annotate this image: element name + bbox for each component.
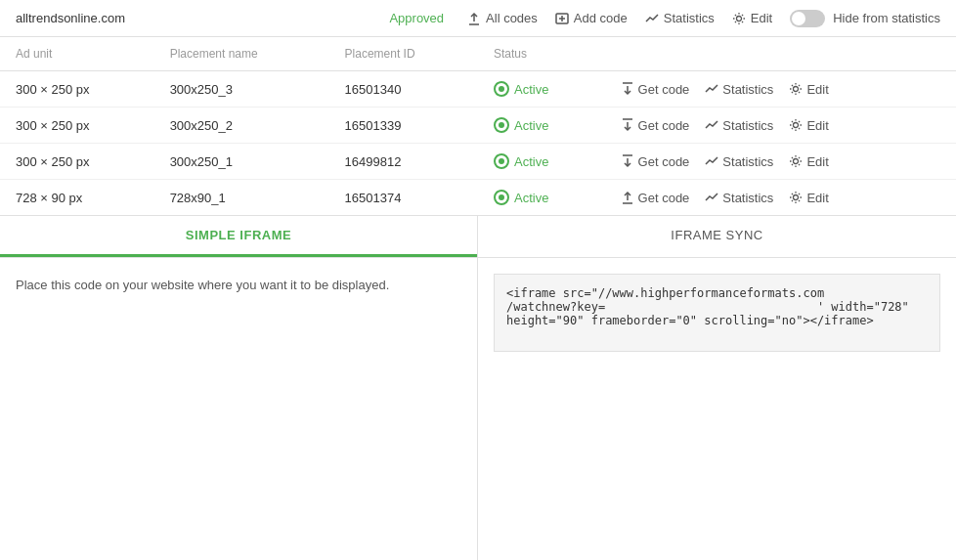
get-code-label: Get code — [638, 118, 690, 133]
statistics-button[interactable]: Statistics — [705, 118, 773, 133]
status-dot-icon — [494, 117, 509, 133]
cell-placement-id: 16501374 — [329, 180, 478, 216]
get-code-button[interactable]: Get code — [621, 118, 690, 133]
cell-placement-name: 728x90_1 — [154, 180, 329, 216]
statistics-label: Statistics — [722, 82, 773, 97]
svg-point-8 — [794, 123, 799, 128]
tab-iframe-sync[interactable]: IFRAME SYNC — [478, 216, 956, 257]
all-codes-label: All codes — [486, 11, 538, 25]
get-code-button[interactable]: Get code — [621, 191, 690, 205]
gear-edit-icon — [789, 191, 803, 204]
left-panel-content: Place this code on your website where yo… — [0, 258, 477, 327]
gear-edit-icon — [789, 82, 803, 96]
statistics-chart-icon — [705, 191, 718, 204]
statistics-chart-icon — [705, 118, 718, 132]
statistics-button[interactable]: Statistics — [645, 11, 715, 25]
cell-actions: Get codeStatisticsEdit — [605, 108, 956, 144]
tab-iframe-sync-label: IFRAME SYNC — [671, 228, 762, 242]
edit-button[interactable]: Edit — [732, 11, 772, 25]
edit-row-button[interactable]: Edit — [789, 82, 828, 97]
hide-from-statistics-toggle-wrap: Hide from statistics — [790, 10, 940, 27]
cell-ad-unit: 728 × 90 px — [0, 180, 154, 216]
right-panel: IFRAME SYNC <iframe src="//www.highperfo… — [478, 216, 956, 560]
table-header-row: Ad unit Placement name Placement ID Stat… — [0, 37, 956, 71]
top-bar-actions: All codes Add code Statistics Edit — [467, 10, 940, 27]
cell-status: Active — [478, 180, 605, 216]
svg-point-12 — [794, 195, 799, 200]
gear-edit-icon — [789, 154, 803, 168]
download-icon — [621, 154, 634, 168]
cell-ad-unit: 300 × 250 px — [0, 108, 154, 144]
edit-row-button[interactable]: Edit — [789, 154, 828, 169]
bottom-section: SIMPLE IFRAME Place this code on your we… — [0, 216, 956, 560]
statistics-label: Statistics — [664, 11, 715, 25]
svg-point-4 — [736, 16, 741, 21]
edit-row-button[interactable]: Edit — [789, 118, 828, 133]
cell-actions: Get codeStatisticsEdit — [605, 71, 956, 108]
get-code-button[interactable]: Get code — [621, 154, 690, 169]
status-dot-icon — [494, 81, 509, 97]
hide-from-statistics-toggle[interactable] — [790, 10, 825, 27]
status-dot-icon — [494, 190, 509, 205]
edit-row-button[interactable]: Edit — [789, 191, 828, 205]
table-row: 300 × 250 px300x250_316501340ActiveGet c… — [0, 71, 956, 108]
get-code-label: Get code — [638, 82, 690, 97]
code-tabs: SIMPLE IFRAME — [0, 216, 477, 258]
col-header-placement-id: Placement ID — [329, 37, 478, 71]
code-snippet[interactable]: <iframe src="//www.highperformanceformat… — [494, 274, 940, 352]
top-bar: alltrendsonline.com Approved All codes A… — [0, 0, 956, 37]
status-approved: Approved — [389, 11, 444, 25]
cell-status: Active — [478, 71, 605, 108]
tab-simple-iframe[interactable]: SIMPLE IFRAME — [0, 216, 477, 257]
table-row: 300 × 250 px300x250_116499812ActiveGet c… — [0, 144, 956, 180]
statistics-button[interactable]: Statistics — [705, 191, 773, 205]
cell-status: Active — [478, 108, 605, 144]
statistics-chart-icon — [705, 154, 718, 168]
status-text: Active — [514, 191, 548, 205]
col-header-actions — [605, 37, 956, 71]
hide-from-statistics-label: Hide from statistics — [833, 11, 940, 25]
cell-placement-name: 300x250_3 — [154, 71, 329, 108]
cell-status: Active — [478, 144, 605, 180]
svg-point-6 — [794, 87, 799, 92]
cell-placement-id: 16501339 — [329, 108, 478, 144]
status-text: Active — [514, 154, 548, 169]
right-tabs: IFRAME SYNC — [478, 216, 956, 258]
get-code-button[interactable]: Get code — [621, 82, 690, 97]
statistics-label: Statistics — [722, 118, 773, 133]
placements-table: Ad unit Placement name Placement ID Stat… — [0, 37, 956, 215]
col-header-placement-name: Placement name — [154, 37, 329, 71]
get-code-label: Get code — [638, 191, 690, 205]
status-text: Active — [514, 118, 548, 133]
cell-placement-id: 16501340 — [329, 71, 478, 108]
statistics-icon — [645, 12, 659, 25]
add-code-label: Add code — [574, 11, 628, 25]
download-icon — [621, 82, 634, 96]
cell-ad-unit: 300 × 250 px — [0, 71, 154, 108]
edit-label: Edit — [806, 154, 828, 169]
status-dot-icon — [494, 153, 509, 169]
placements-table-wrap: Ad unit Placement name Placement ID Stat… — [0, 37, 956, 216]
table-row: 300 × 250 px300x250_216501339ActiveGet c… — [0, 108, 956, 144]
tab-simple-iframe-label: SIMPLE IFRAME — [186, 228, 291, 242]
download-icon — [621, 118, 634, 132]
upload-icon — [621, 191, 634, 204]
cell-actions: Get codeStatisticsEdit — [605, 144, 956, 180]
statistics-button[interactable]: Statistics — [705, 154, 773, 169]
left-panel: SIMPLE IFRAME Place this code on your we… — [0, 216, 478, 560]
col-header-ad-unit: Ad unit — [0, 37, 154, 71]
edit-label: Edit — [751, 11, 772, 25]
add-code-button[interactable]: Add code — [555, 11, 628, 25]
statistics-button[interactable]: Statistics — [705, 82, 773, 97]
gear-edit-icon — [789, 118, 803, 132]
edit-label: Edit — [806, 191, 828, 205]
cell-actions: Get codeStatisticsEdit — [605, 180, 956, 216]
statistics-label: Statistics — [722, 154, 773, 169]
statistics-chart-icon — [705, 82, 718, 96]
col-header-status: Status — [478, 37, 605, 71]
upload-icon — [467, 12, 481, 25]
domain-label: alltrendsonline.com — [16, 11, 125, 25]
svg-point-10 — [794, 159, 799, 164]
table-row: 728 × 90 px728x90_116501374ActiveGet cod… — [0, 180, 956, 216]
all-codes-button[interactable]: All codes — [467, 11, 538, 25]
